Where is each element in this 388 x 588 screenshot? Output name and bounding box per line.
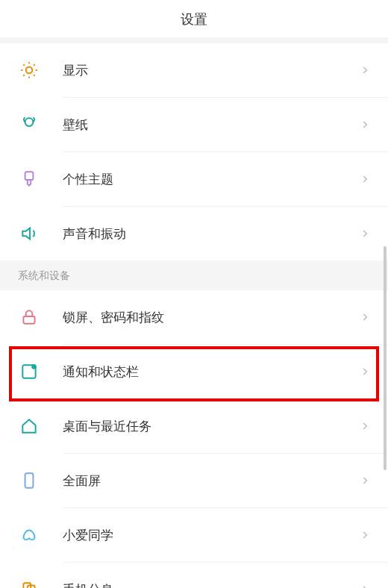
svg-point-13 bbox=[31, 364, 37, 369]
chevron-right-icon bbox=[360, 421, 370, 431]
item-notification[interactable]: 通知和状态栏 bbox=[0, 345, 388, 398]
item-label: 全面屏 bbox=[63, 472, 360, 490]
item-label: 显示 bbox=[63, 62, 360, 79]
notification-icon bbox=[18, 360, 40, 383]
clone-icon bbox=[18, 578, 40, 588]
xiaoai-icon bbox=[18, 524, 40, 546]
item-fullscreen[interactable]: 全面屏 bbox=[0, 454, 388, 507]
settings-content: 显示 壁纸 bbox=[0, 43, 388, 588]
group-system: 锁屏、密码和指纹 通知和状态栏 bbox=[0, 290, 388, 588]
flower-icon bbox=[18, 113, 40, 136]
chevron-right-icon bbox=[360, 228, 370, 239]
chevron-right-icon bbox=[360, 475, 370, 486]
brush-icon bbox=[18, 168, 40, 190]
item-sound[interactable]: 声音和振动 bbox=[0, 207, 388, 260]
item-label: 通知和状态栏 bbox=[63, 363, 360, 381]
item-label: 桌面与最近任务 bbox=[63, 418, 360, 435]
svg-line-3 bbox=[23, 64, 25, 66]
svg-point-0 bbox=[26, 67, 33, 74]
item-label: 锁屏、密码和指纹 bbox=[63, 309, 360, 326]
page-title: 设置 bbox=[181, 10, 207, 28]
page-header: 设置 bbox=[0, 0, 388, 39]
sound-icon bbox=[18, 222, 40, 245]
group-label-system: 系统和设备 bbox=[0, 260, 388, 290]
item-themes[interactable]: 个性主题 bbox=[0, 152, 388, 206]
home-icon bbox=[18, 415, 40, 437]
item-label: 手机分身 bbox=[63, 581, 360, 589]
svg-marker-10 bbox=[22, 228, 30, 239]
group-display: 显示 壁纸 bbox=[0, 43, 388, 260]
svg-line-8 bbox=[34, 64, 35, 66]
item-wallpaper[interactable]: 壁纸 bbox=[0, 98, 388, 151]
svg-line-7 bbox=[23, 75, 25, 76]
svg-rect-9 bbox=[25, 172, 34, 180]
chevron-right-icon bbox=[360, 174, 370, 184]
item-lockscreen[interactable]: 锁屏、密码和指纹 bbox=[0, 290, 388, 344]
item-xiaoai[interactable]: 小爱同学 bbox=[0, 508, 388, 562]
item-clone[interactable]: 手机分身 bbox=[0, 563, 388, 588]
sun-icon bbox=[18, 59, 40, 81]
lock-icon bbox=[18, 306, 40, 328]
scrollbar[interactable] bbox=[384, 246, 387, 470]
item-label: 个性主题 bbox=[63, 171, 360, 188]
svg-rect-11 bbox=[23, 316, 34, 324]
chevron-right-icon bbox=[360, 312, 370, 322]
svg-rect-14 bbox=[25, 473, 34, 488]
item-home[interactable]: 桌面与最近任务 bbox=[0, 399, 388, 453]
item-label: 小爱同学 bbox=[63, 527, 360, 544]
chevron-right-icon bbox=[360, 584, 370, 588]
chevron-right-icon bbox=[360, 530, 370, 540]
fullscreen-icon bbox=[18, 469, 40, 492]
item-display[interactable]: 显示 bbox=[0, 43, 388, 97]
chevron-right-icon bbox=[360, 119, 370, 130]
chevron-right-icon bbox=[360, 366, 370, 377]
item-label: 壁纸 bbox=[63, 116, 360, 134]
chevron-right-icon bbox=[360, 65, 370, 75]
item-label: 声音和振动 bbox=[63, 225, 360, 243]
svg-line-4 bbox=[34, 75, 35, 76]
